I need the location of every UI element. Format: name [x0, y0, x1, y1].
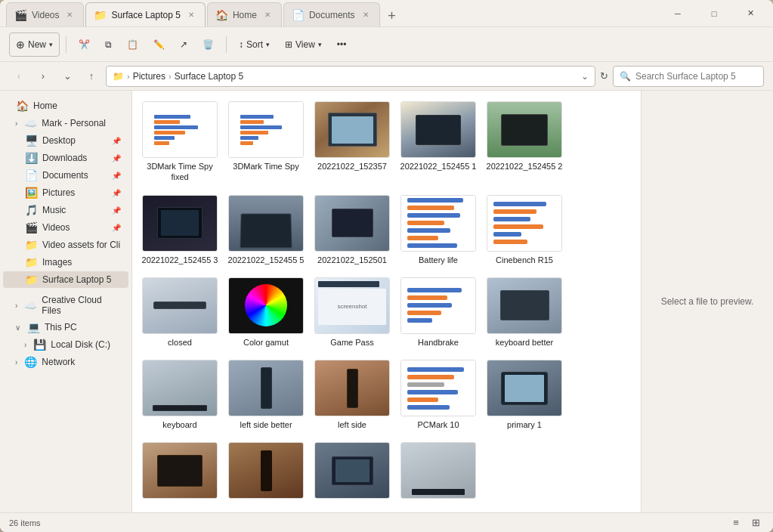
documents-pin-icon: 📌 [112, 172, 121, 180]
file-item-img-152501[interactable]: 20221022_152501 [311, 190, 394, 270]
file-name-img-152455-2: 20221022_152455 2 [487, 161, 563, 172]
maximize-button[interactable]: □ [697, 3, 731, 24]
documents-tab-icon: 📄 [292, 9, 305, 21]
close-button[interactable]: ✕ [734, 3, 767, 24]
list-view-button[interactable]: ≡ [728, 515, 744, 531]
tab-documents[interactable]: 📄 Documents ✕ [283, 2, 380, 26]
file-name-img-152455-1: 20221022_152455 1 [400, 161, 477, 172]
this-pc-icon: 💻 [26, 321, 40, 333]
search-input[interactable] [635, 71, 757, 82]
new-button[interactable]: ⊕ New ▾ [9, 32, 60, 57]
forward-button[interactable]: › [33, 66, 53, 86]
cut-button[interactable]: ✂️ [73, 32, 96, 57]
tab-videos-close[interactable]: ✕ [63, 9, 76, 21]
file-thumb-3dmark-fixed [142, 101, 218, 158]
sidebar-item-creative-cloud[interactable]: › ☁️ Creative Cloud Files [3, 292, 128, 318]
tab-documents-label: Documents [309, 10, 355, 20]
search-box[interactable]: 🔍 [613, 66, 764, 87]
tab-documents-close[interactable]: ✕ [360, 9, 372, 21]
file-item-keyboard[interactable]: keyboard [138, 355, 221, 435]
file-item-img-152357[interactable]: 20221022_152357 [311, 97, 394, 187]
sort-button[interactable]: ↕ Sort ▾ [233, 32, 276, 57]
file-item-img-152455-3[interactable]: 20221022_152455 3 [138, 190, 221, 270]
file-thumb-extra1 [142, 442, 218, 499]
refresh-button[interactable]: ↻ [600, 70, 608, 82]
file-item-closed[interactable]: closed [138, 273, 221, 352]
file-item-img-152455-4[interactable]: 20221022_152455 5 [224, 190, 308, 270]
delete-button[interactable]: 🗑️ [196, 32, 220, 57]
tab-home[interactable]: 🏠 Home ✕ [207, 2, 282, 26]
file-item-game-pass[interactable]: screenshot Game Pass [311, 273, 394, 352]
tab-surface[interactable]: 📁 Surface Laptop 5 ✕ [85, 2, 205, 26]
sidebar-item-downloads[interactable]: ⬇️ Downloads 📌 [3, 150, 128, 166]
toolbar-sep-1 [66, 36, 66, 53]
view-controls: ≡ ⊞ [728, 515, 764, 531]
breadcrumb-surface[interactable]: Surface Laptop 5 [175, 71, 243, 82]
breadcrumb-dropdown-icon[interactable]: ⌄ [581, 71, 589, 82]
breadcrumb[interactable]: 📁 › Pictures › Surface Laptop 5 ⌄ [106, 66, 595, 87]
new-tab-button[interactable]: + [382, 5, 403, 26]
paste-icon: 📋 [127, 39, 138, 50]
file-item-handbrake[interactable]: Handbrake [397, 273, 480, 352]
preview-text: Select a file to preview. [661, 296, 754, 307]
this-pc-expand-icon: ∨ [15, 323, 20, 332]
file-item-img-152455-2[interactable]: 20221022_152455 2 [483, 97, 566, 187]
breadcrumb-pictures[interactable]: Pictures [133, 71, 165, 82]
sidebar-item-surface-laptop[interactable]: 📁 Surface Laptop 5 [3, 271, 128, 288]
rename-button[interactable]: ✏️ [147, 32, 171, 57]
file-item-3dmark-spy[interactable]: 3DMark Time Spy [224, 97, 308, 187]
view-button[interactable]: ⊞ View ▾ [279, 32, 328, 57]
sidebar-item-mark[interactable]: › ☁️ Mark - Personal [3, 115, 128, 131]
sidebar-network-label: Network [42, 357, 121, 367]
back-button[interactable]: ‹ [9, 66, 29, 86]
file-item-left-side[interactable]: left side [311, 355, 394, 435]
tab-videos[interactable]: 🎬 Videos ✕ [6, 2, 84, 26]
sidebar-item-local-disk[interactable]: › 💾 Local Disk (C:) [3, 336, 128, 353]
file-item-color-gamut[interactable]: Color gamut [224, 273, 308, 352]
sidebar-pictures-label: Pictures [42, 187, 107, 198]
copy-button[interactable]: ⧉ [99, 32, 118, 57]
up-button[interactable]: ↑ [82, 66, 101, 86]
sidebar-item-documents[interactable]: 📄 Documents 📌 [3, 167, 128, 184]
sidebar-item-pictures[interactable]: 🖼️ Pictures 📌 [3, 184, 128, 201]
file-thumb-cinebench [487, 195, 562, 252]
more-icon: ••• [337, 39, 347, 50]
file-item-extra2[interactable] [224, 438, 308, 506]
paste-button[interactable]: 📋 [121, 32, 144, 57]
tab-surface-close[interactable]: ✕ [185, 9, 197, 21]
tab-home-label: Home [233, 10, 257, 20]
sidebar-music-label: Music [42, 205, 107, 215]
pictures-pin-icon: 📌 [112, 189, 121, 197]
copy-icon: ⧉ [105, 39, 112, 50]
minimize-button[interactable]: ─ [661, 3, 694, 24]
file-item-primary1[interactable]: primary 1 [483, 355, 566, 435]
file-item-extra1[interactable] [138, 438, 221, 506]
sidebar-item-video-assets[interactable]: 📁 Video assets for Cli [3, 237, 128, 253]
file-item-extra4[interactable] [397, 438, 480, 506]
grid-view-button[interactable]: ⊞ [747, 515, 764, 531]
share-button[interactable]: ↗ [174, 32, 193, 57]
sidebar-item-music[interactable]: 🎵 Music 📌 [3, 202, 128, 218]
recent-button[interactable]: ⌄ [57, 66, 77, 86]
tab-home-close[interactable]: ✕ [261, 9, 274, 21]
new-icon: ⊕ [16, 39, 25, 51]
sidebar-item-desktop[interactable]: 🖥️ Desktop 📌 [3, 132, 128, 149]
sidebar-downloads-label: Downloads [42, 153, 107, 163]
more-button[interactable]: ••• [331, 32, 353, 57]
file-item-3dmark-fixed[interactable]: 3DMark Time Spy fixed [138, 97, 221, 187]
toolbar: ⊕ New ▾ ✂️ ⧉ 📋 ✏️ ↗ 🗑️ ↕ Sort ▾ ⊞ [0, 27, 773, 62]
sidebar-item-network[interactable]: › 🌐 Network [3, 354, 128, 370]
sidebar-item-videos[interactable]: 🎬 Videos 📌 [3, 219, 128, 236]
file-item-extra3[interactable] [311, 438, 394, 506]
file-item-pcmark10[interactable]: PCMark 10 [397, 355, 480, 435]
file-item-cinebench[interactable]: Cinebench R15 [483, 190, 566, 270]
file-item-left-side-better[interactable]: left side better [224, 355, 308, 435]
file-thumb-left-side [314, 360, 390, 416]
file-item-img-152455-1[interactable]: 20221022_152455 1 [397, 97, 480, 187]
sidebar-item-images[interactable]: 📁 Images [3, 254, 128, 271]
downloads-icon: ⬇️ [24, 152, 38, 164]
file-item-keyboard-better[interactable]: keyboard better [483, 273, 566, 352]
sidebar-item-this-pc[interactable]: ∨ 💻 This PC [3, 319, 128, 336]
sidebar-item-home[interactable]: 🏠 Home [3, 97, 128, 114]
file-item-battery[interactable]: Battery life [397, 190, 480, 270]
